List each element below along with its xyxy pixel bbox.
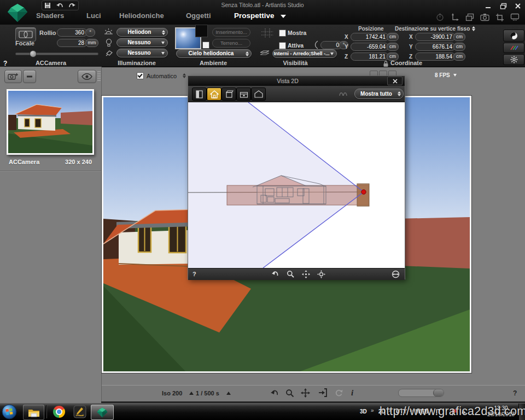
chevron-right-icon[interactable]: »	[371, 407, 374, 413]
menu-luci[interactable]: Luci	[86, 11, 101, 20]
pan-tool-button[interactable]	[301, 388, 310, 398]
taskbar-chrome-button[interactable]	[49, 405, 69, 419]
heliodon-select[interactable]: Heliodon	[116, 28, 168, 37]
timer-button[interactable]	[436, 13, 445, 22]
crop-button[interactable]	[495, 13, 504, 22]
taskbar-separator	[46, 405, 46, 418]
help-button[interactable]: ?	[513, 389, 517, 397]
shutter-control[interactable]: 1 / 500 s	[196, 390, 231, 396]
dest-y-input[interactable]: 6676.14	[415, 43, 456, 51]
vista2d-pan-button[interactable]	[317, 270, 325, 278]
view-front-elevation-button[interactable]	[207, 88, 221, 101]
zoom-tool-button[interactable]	[285, 389, 294, 398]
terreno-button[interactable]: Terreno...	[212, 39, 250, 48]
pos-z-input[interactable]: 181.21	[351, 52, 389, 61]
neon-select[interactable]: Nessuno	[116, 49, 168, 57]
slider-handle[interactable]	[30, 50, 37, 57]
rollio-input[interactable]: 360	[57, 28, 88, 37]
taskbar-toolbar-3d[interactable]: 3D	[360, 409, 367, 415]
stepper-icon	[398, 91, 401, 96]
view-elevation-left-button[interactable]	[192, 88, 207, 101]
start-button[interactable]	[2, 404, 17, 419]
focale-input[interactable]: 28	[57, 39, 88, 47]
dest-x-input[interactable]: -3900.17	[415, 33, 456, 41]
folder-icon	[27, 407, 40, 418]
vista2d-help-button[interactable]: ?	[192, 271, 196, 277]
inserimento-button[interactable]: Inserimento...	[212, 28, 250, 37]
view-plan-button[interactable]	[221, 88, 236, 101]
undo-view-button[interactable]	[270, 389, 279, 397]
automatico-control[interactable]: Automatico	[137, 72, 188, 79]
redo-button[interactable]	[68, 2, 76, 9]
duplicate-view-button[interactable]	[465, 13, 474, 22]
detail-slider-handle[interactable]	[433, 389, 444, 396]
vista2d-undo-button[interactable]	[271, 270, 279, 277]
fit-width-icon	[392, 270, 400, 278]
minimize-button[interactable]	[482, 2, 494, 10]
axis-label: Y	[345, 44, 348, 50]
view-section-button[interactable]	[236, 88, 251, 101]
detail-slider[interactable]	[398, 389, 444, 397]
menu-prospettive[interactable]: Prospettive	[234, 11, 286, 20]
close-button[interactable]	[512, 2, 524, 10]
chevron-down-icon	[161, 52, 165, 55]
menu-heliodoniche[interactable]: Heliodoniche	[119, 11, 164, 20]
render-preview-button[interactable]	[503, 30, 524, 42]
iso-control[interactable]: Iso 200	[162, 390, 194, 396]
render-settings-button[interactable]	[503, 43, 524, 53]
snapshot-button[interactable]	[480, 13, 489, 22]
walk-through-button[interactable]	[318, 388, 327, 397]
vista2d-move-button[interactable]	[302, 270, 310, 278]
info-button[interactable]: i	[351, 388, 353, 398]
save-button[interactable]	[44, 2, 51, 9]
camera-position-dot[interactable]	[361, 190, 366, 194]
camera-preview-thumbnail[interactable]	[7, 89, 94, 155]
attiva-checkbox[interactable]	[279, 42, 286, 49]
camera-resolution: 320 x 240	[52, 159, 92, 165]
remove-camera-button[interactable]	[23, 70, 36, 83]
mostra-checkbox[interactable]	[279, 30, 286, 37]
chevron-down-icon	[281, 15, 286, 18]
vista2d-fit-button[interactable]	[392, 270, 400, 278]
undo-button[interactable]	[56, 2, 63, 9]
iso-label: Iso 200	[162, 390, 182, 396]
pos-y-input[interactable]: -659.04	[351, 43, 389, 51]
cielo-select[interactable]: Cielo heliodonica	[176, 49, 252, 58]
restore-button[interactable]	[497, 2, 509, 10]
vista2d-zoom-button[interactable]	[287, 270, 294, 278]
camera-list-panel: ACCamera 320 x 240	[0, 67, 102, 403]
dest-x-unit: cm	[453, 33, 465, 41]
focale-slider[interactable]	[15, 50, 97, 56]
redo-icon	[68, 2, 76, 9]
move-axes-button[interactable]	[451, 13, 459, 22]
refresh-button[interactable]	[335, 389, 343, 397]
taskbar-writer-button[interactable]	[70, 405, 90, 419]
display-button[interactable]	[510, 13, 519, 22]
visibility-toggle-button[interactable]	[78, 70, 96, 83]
pos-x-input[interactable]: 1742.41	[351, 33, 389, 41]
vista2d-canvas[interactable]	[188, 102, 405, 268]
camera-name[interactable]: ACCamera	[9, 159, 39, 165]
inspector-toolbar: Rollio 360 ° Focale 28 mm ? ACCamera Hel…	[0, 25, 525, 67]
background-color-swatch[interactable]	[195, 25, 208, 37]
layers-select[interactable]: Interni - Arredo;Shell -...	[272, 49, 337, 58]
vista2d-titlebar[interactable]: Vista 2D	[188, 76, 405, 86]
taskbar-explorer-button[interactable]	[23, 405, 44, 420]
help-button[interactable]: ?	[3, 60, 7, 67]
chevron-down-icon	[330, 52, 334, 55]
view-roof-button[interactable]	[251, 88, 266, 101]
lights-select[interactable]: Nessuno	[116, 38, 168, 47]
menu-shaders[interactable]: Shaders	[36, 11, 64, 20]
ambiente-checkbox[interactable]	[202, 42, 209, 49]
add-camera-button[interactable]	[4, 70, 22, 83]
fps-control[interactable]: 8 FPS	[435, 72, 457, 78]
panel-grip[interactable]	[97, 71, 101, 81]
settings-button[interactable]	[503, 54, 524, 65]
mostra-tutto-select[interactable]: Mostra tutto	[354, 89, 404, 99]
destinazione-header[interactable]: Destinazione su vertice fisso	[395, 26, 475, 32]
menu-oggetti[interactable]: Oggetti	[186, 11, 211, 20]
vista2d-close-button[interactable]	[387, 77, 402, 85]
taskbar-artlantis-button[interactable]	[91, 405, 114, 420]
lock-icon[interactable]	[383, 60, 389, 67]
automatico-checkbox[interactable]	[137, 72, 144, 79]
